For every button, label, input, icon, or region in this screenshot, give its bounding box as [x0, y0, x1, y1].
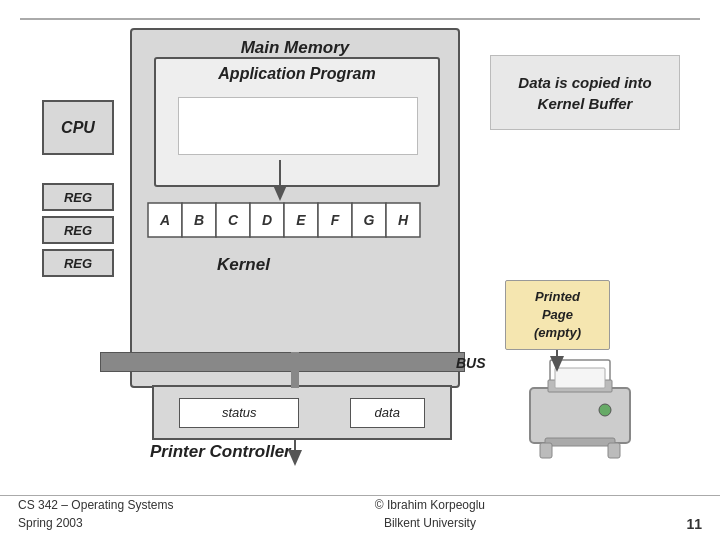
slide: Main Memory Application Program Kernel C… — [0, 0, 720, 540]
status-box: status — [179, 398, 299, 428]
footer-course: CS 342 – Operating Systems — [18, 496, 173, 514]
footer-left: CS 342 – Operating Systems Spring 2003 — [18, 496, 173, 532]
reg-label-3: REG — [64, 256, 92, 271]
bus-label: BUS — [456, 355, 486, 371]
footer-copyright: © Ibrahim Korpeoglu — [375, 496, 485, 514]
svg-rect-3 — [555, 368, 605, 388]
svg-rect-1 — [530, 388, 630, 443]
data-box: data — [350, 398, 425, 428]
reg-box-3: REG — [42, 249, 114, 277]
bus-bar — [100, 352, 465, 372]
app-program-box: Application Program — [154, 57, 440, 187]
cpu-box: CPU — [42, 100, 114, 155]
footer-center: © Ibrahim Korpeoglu Bilkent University — [375, 496, 485, 532]
status-label: status — [222, 405, 257, 420]
svg-point-4 — [599, 404, 611, 416]
printer-controller-label: Printer Controller — [150, 442, 291, 462]
reg-label-1: REG — [64, 190, 92, 205]
footer-semester: Spring 2003 — [18, 514, 173, 532]
info-box: Data is copied intoKernel Buffer — [490, 55, 680, 130]
reg-box-1: REG — [42, 183, 114, 211]
kernel-label: Kernel — [217, 255, 270, 275]
printer-icon — [510, 358, 650, 458]
footer-page-number: 11 — [686, 516, 702, 532]
printer-controller-box: status data — [152, 385, 452, 440]
app-program-label: Application Program — [156, 59, 438, 83]
top-line — [20, 18, 700, 20]
footer: CS 342 – Operating Systems Spring 2003 ©… — [0, 495, 720, 532]
main-memory-box: Main Memory Application Program Kernel — [130, 28, 460, 388]
svg-rect-5 — [545, 438, 615, 446]
reg-box-2: REG — [42, 216, 114, 244]
printed-page-box: PrintedPage(empty) — [505, 280, 610, 350]
info-text: Data is copied intoKernel Buffer — [518, 72, 651, 114]
data-label: data — [375, 405, 400, 420]
footer-university: Bilkent University — [375, 514, 485, 532]
cpu-label: CPU — [61, 119, 95, 137]
main-memory-label: Main Memory — [132, 30, 458, 58]
svg-rect-7 — [608, 443, 620, 458]
app-program-inner — [178, 97, 418, 155]
reg-label-2: REG — [64, 223, 92, 238]
printer-svg — [510, 358, 650, 468]
svg-rect-6 — [540, 443, 552, 458]
printed-page-text: PrintedPage(empty) — [534, 288, 581, 343]
